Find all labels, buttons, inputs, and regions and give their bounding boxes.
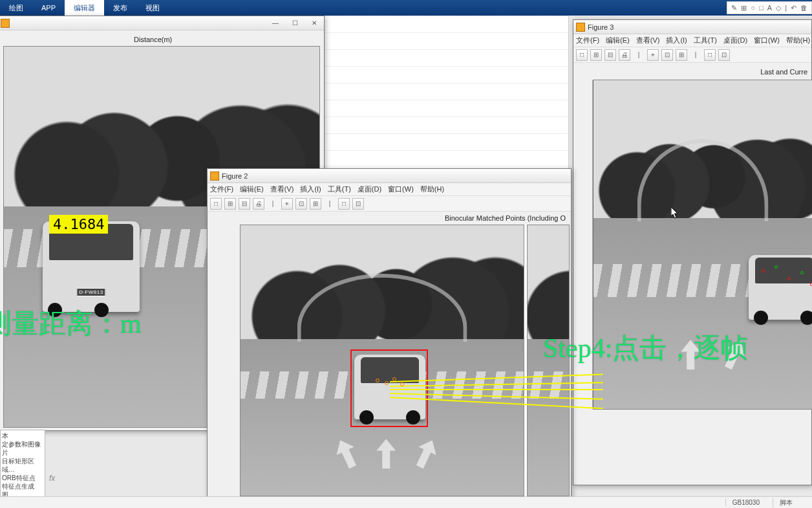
menu-view[interactable]: 查看(V) (270, 184, 294, 194)
close-button[interactable]: ✕ (304, 16, 324, 30)
qa-grid-icon[interactable]: ⊞ (741, 4, 747, 12)
detection-bbox (350, 349, 428, 427)
figure3-title: Figure 3 (588, 23, 614, 31)
menu-window[interactable]: 窗口(W) (388, 184, 414, 194)
menu-desktop[interactable]: 桌面(D) (723, 36, 747, 45)
toolbar-separator: | (267, 198, 279, 210)
code-line: 定参数和图像 (2, 440, 43, 448)
menu-file[interactable]: 文件(F) (210, 184, 233, 194)
menu-edit[interactable]: 编辑(E) (240, 184, 264, 194)
tool-brush-icon[interactable]: ⊡ (661, 49, 673, 61)
menu-view[interactable]: 查看(V) (636, 36, 660, 45)
menu-desktop[interactable]: 桌面(D) (358, 184, 381, 194)
tool-brush-icon[interactable]: ⊡ (295, 198, 307, 210)
menu-edit[interactable]: 编辑(E) (606, 36, 630, 45)
tab-publish[interactable]: 发布 (104, 0, 136, 16)
quick-access-toolbar: ✎ ⊞ ○ □ A ◇ | ↶ 🗑 (727, 1, 812, 14)
menu-tools[interactable]: 工具(T) (694, 36, 717, 45)
qa-rect-icon[interactable]: □ (759, 4, 764, 12)
toolbar-separator: | (324, 198, 336, 210)
tab-view[interactable]: 视图 (136, 0, 169, 16)
tool-new-icon[interactable]: □ (576, 49, 588, 61)
code-line: 本 (2, 432, 43, 440)
menu-help[interactable]: 帮助(H) (786, 36, 810, 45)
qa-diamond-icon[interactable]: ◇ (776, 4, 781, 12)
tool-insert-icon[interactable]: □ (338, 198, 350, 210)
tab-app[interactable]: APP (32, 0, 65, 16)
status-mode: 脚本 (773, 498, 799, 507)
qa-text-icon[interactable]: A (767, 4, 772, 12)
figure1-plot-title: Distance(m) (134, 36, 172, 43)
step-overlay-text: Step4:点击，逐帧 (543, 330, 748, 366)
tool-datacursor-icon[interactable]: ⌖ (647, 49, 659, 61)
tool-new-icon[interactable]: □ (210, 198, 222, 210)
tool-insert-icon[interactable]: □ (704, 49, 716, 61)
figure-window-3[interactable]: Figure 3 文件(F) 编辑(E) 查看(V) 插入(I) 工具(T) 桌… (573, 19, 812, 485)
figure1-overlay-text: 测量距离：m (0, 305, 142, 342)
figure3-toolbar: □ ⊞ ⊟ 🖨 | ⌖ ⊡ ⊞ | □ ⊡ (573, 47, 811, 63)
figure-icon (210, 171, 219, 181)
figure-window-2[interactable]: Figure 2 文件(F) 编辑(E) 查看(V) 插入(I) 工具(T) 桌… (207, 168, 572, 505)
maximize-button[interactable]: ☐ (285, 16, 304, 30)
status-bar: GB18030 脚本 (0, 496, 812, 508)
qa-edit-icon[interactable]: ✎ (731, 4, 737, 12)
tool-link-icon[interactable]: ⊞ (676, 49, 687, 61)
tool-colorbar-icon[interactable]: ⊡ (352, 198, 364, 210)
toolbar-separator: | (633, 49, 645, 61)
figure2-titlebar[interactable]: Figure 2 (208, 169, 571, 183)
qa-circle-icon[interactable]: ○ (751, 4, 755, 12)
figure2-plot-title: Binocular Matched Points (Including O (445, 214, 566, 222)
match-lines (390, 385, 603, 386)
code-line: 目标矩形区域… (2, 457, 43, 474)
toolbar-separator: | (690, 49, 701, 61)
figure2-left-image (240, 225, 524, 496)
qa-undo-icon[interactable]: ↶ (791, 4, 796, 12)
tool-save-icon[interactable]: ⊟ (239, 198, 250, 210)
menu-tools[interactable]: 工具(T) (328, 184, 351, 194)
menu-insert[interactable]: 插入(I) (300, 184, 321, 194)
minimize-button[interactable]: — (266, 16, 285, 30)
tool-colorbar-icon[interactable]: ⊡ (718, 49, 730, 61)
matlab-toolstrip: 绘图 APP 编辑器 发布 视图 ✎ ⊞ ○ □ A ◇ | ↶ 🗑 (0, 0, 812, 16)
menu-file[interactable]: 文件(F) (576, 36, 599, 45)
figure2-menubar: 文件(F) 编辑(E) 查看(V) 插入(I) 工具(T) 桌面(D) 窗口(W… (208, 183, 571, 196)
status-encoding: GB18030 (725, 499, 766, 506)
code-line: ORB特征点 (2, 474, 43, 482)
command-prompt-fx[interactable]: fx (49, 474, 55, 483)
figure3-plot-title: Last and Curre (760, 68, 807, 76)
tab-plot[interactable]: 绘图 (0, 0, 32, 16)
menu-help[interactable]: 帮助(H) (420, 184, 444, 194)
qa-sep: | (785, 4, 787, 12)
tool-open-icon[interactable]: ⊞ (590, 49, 602, 61)
figure3-menubar: 文件(F) 编辑(E) 查看(V) 插入(I) 工具(T) 桌面(D) 窗口(W… (573, 34, 811, 47)
tool-print-icon[interactable]: 🖨 (253, 198, 264, 210)
distance-label: 4.1684 (49, 215, 108, 234)
license-plate: D·FW813 (76, 288, 105, 296)
figure2-axes[interactable] (240, 225, 570, 496)
menu-window[interactable]: 窗口(W) (754, 36, 780, 45)
code-line: 片 (2, 448, 43, 457)
menu-insert[interactable]: 插入(I) (666, 36, 687, 45)
tool-print-icon[interactable]: 🖨 (619, 49, 630, 61)
figure-icon (576, 23, 585, 32)
figure-icon (1, 19, 10, 28)
tool-datacursor-icon[interactable]: ⌖ (281, 198, 293, 210)
tool-open-icon[interactable]: ⊞ (224, 198, 236, 210)
tab-editor[interactable]: 编辑器 (65, 0, 104, 16)
tool-link-icon[interactable]: ⊞ (310, 198, 321, 210)
figure2-toolbar: □ ⊞ ⊟ 🖨 | ⌖ ⊡ ⊞ | □ ⊡ (208, 196, 571, 212)
tool-save-icon[interactable]: ⊟ (604, 49, 616, 61)
figure1-titlebar[interactable]: — ☐ ✕ (0, 16, 324, 30)
figure3-titlebar[interactable]: Figure 3 (573, 20, 811, 34)
qa-delete-icon[interactable]: 🗑 (800, 4, 807, 12)
figure2-title: Figure 2 (222, 172, 248, 180)
